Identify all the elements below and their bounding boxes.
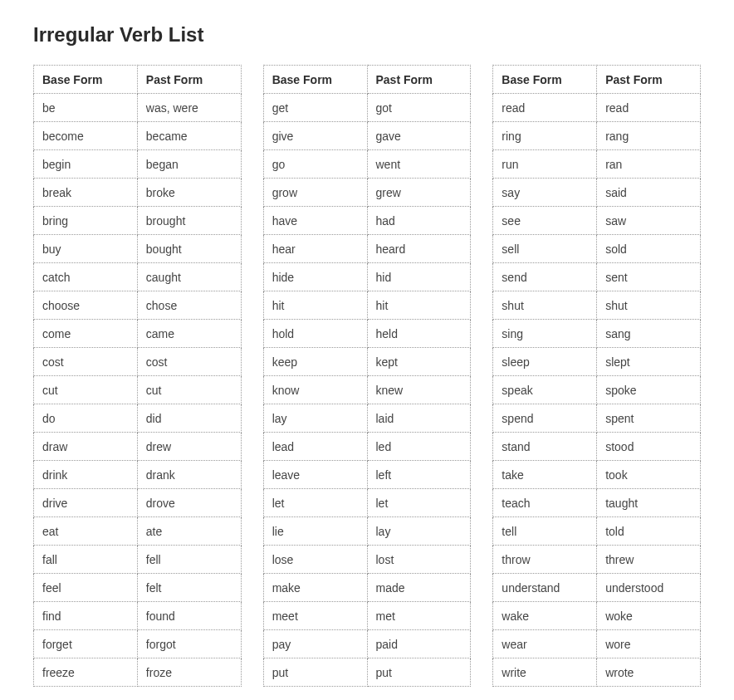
table-row: sleepslept xyxy=(493,348,701,376)
table-row: spendspent xyxy=(493,404,701,433)
cell-base-form: stand xyxy=(493,433,597,461)
cell-past-form: hit xyxy=(367,291,471,320)
cell-past-form: knew xyxy=(367,376,471,404)
table-row: wakewoke xyxy=(493,602,701,630)
table-row: seesaw xyxy=(493,207,701,235)
cell-past-form: kept xyxy=(367,348,471,376)
cell-base-form: pay xyxy=(263,630,367,658)
table-row: fallfell xyxy=(34,546,242,574)
cell-base-form: know xyxy=(263,376,367,404)
cell-past-form: rang xyxy=(597,122,701,150)
table-row: buybought xyxy=(34,235,242,263)
cell-base-form: shut xyxy=(493,291,597,320)
cell-base-form: make xyxy=(263,574,367,602)
cell-past-form: let xyxy=(367,489,471,517)
table-body-3: readreadringrangrunransaysaidseesawsells… xyxy=(493,94,701,687)
table-row: singsang xyxy=(493,320,701,348)
cell-base-form: grow xyxy=(263,179,367,207)
table-row: findfound xyxy=(34,602,242,630)
cell-past-form: shut xyxy=(597,291,701,320)
cell-past-form: forgot xyxy=(137,630,241,658)
cell-base-form: send xyxy=(493,263,597,291)
table-row: saysaid xyxy=(493,179,701,207)
cell-past-form: put xyxy=(367,658,471,687)
table-row: speakspoke xyxy=(493,376,701,404)
table-row: knowknew xyxy=(263,376,471,404)
cell-base-form: find xyxy=(34,602,138,630)
cell-base-form: tell xyxy=(493,517,597,546)
cell-past-form: laid xyxy=(367,404,471,433)
cell-base-form: lead xyxy=(263,433,367,461)
cell-base-form: sleep xyxy=(493,348,597,376)
cell-past-form: caught xyxy=(137,263,241,291)
table-row: leadled xyxy=(263,433,471,461)
table-row: makemade xyxy=(263,574,471,602)
cell-past-form: taught xyxy=(597,489,701,517)
cell-past-form: saw xyxy=(597,207,701,235)
cell-past-form: chose xyxy=(137,291,241,320)
cell-past-form: said xyxy=(597,179,701,207)
cell-past-form: had xyxy=(367,207,471,235)
table-row: breakbroke xyxy=(34,179,242,207)
cell-base-form: run xyxy=(493,150,597,179)
cell-past-form: heard xyxy=(367,235,471,263)
cell-base-form: let xyxy=(263,489,367,517)
table-row: loselost xyxy=(263,546,471,574)
table-row: drivedrove xyxy=(34,489,242,517)
table-row: forgetforgot xyxy=(34,630,242,658)
table-row: writewrote xyxy=(493,658,701,687)
table-row: drawdrew xyxy=(34,433,242,461)
verb-table-3: Base Form Past Form readreadringrangrunr… xyxy=(492,65,701,687)
cell-past-form: cost xyxy=(137,348,241,376)
cell-base-form: become xyxy=(34,122,138,150)
cell-past-form: went xyxy=(367,150,471,179)
page-title: Irregular Verb List xyxy=(33,23,701,47)
cell-past-form: woke xyxy=(597,602,701,630)
cell-base-form: throw xyxy=(493,546,597,574)
table-row: eatate xyxy=(34,517,242,546)
table-row: paypaid xyxy=(263,630,471,658)
cell-base-form: come xyxy=(34,320,138,348)
cell-past-form: drank xyxy=(137,461,241,489)
table-row: comecame xyxy=(34,320,242,348)
cell-past-form: brought xyxy=(137,207,241,235)
cell-past-form: sold xyxy=(597,235,701,263)
cell-base-form: have xyxy=(263,207,367,235)
cell-past-form: paid xyxy=(367,630,471,658)
cell-base-form: feel xyxy=(34,574,138,602)
table-row: getgot xyxy=(263,94,471,122)
cell-past-form: stood xyxy=(597,433,701,461)
table-row: costcost xyxy=(34,348,242,376)
table-row: standstood xyxy=(493,433,701,461)
table-row: sendsent xyxy=(493,263,701,291)
cell-base-form: write xyxy=(493,658,597,687)
cell-past-form: sent xyxy=(597,263,701,291)
verb-tables-container: Base Form Past Form bewas, werebecomebec… xyxy=(33,65,701,687)
cell-past-form: felt xyxy=(137,574,241,602)
cell-base-form: buy xyxy=(34,235,138,263)
cell-base-form: forget xyxy=(34,630,138,658)
cell-base-form: cost xyxy=(34,348,138,376)
cell-base-form: fall xyxy=(34,546,138,574)
col-header-base: Base Form xyxy=(34,66,138,94)
table-row: bewas, were xyxy=(34,94,242,122)
cell-past-form: came xyxy=(137,320,241,348)
table-header-row: Base Form Past Form xyxy=(34,66,242,94)
cell-base-form: read xyxy=(493,94,597,122)
cell-base-form: teach xyxy=(493,489,597,517)
table-row: choosechose xyxy=(34,291,242,320)
col-header-past: Past Form xyxy=(137,66,241,94)
cell-past-form: cut xyxy=(137,376,241,404)
table-header-row: Base Form Past Form xyxy=(263,66,471,94)
cell-base-form: lose xyxy=(263,546,367,574)
table-row: catchcaught xyxy=(34,263,242,291)
table-row: taketook xyxy=(493,461,701,489)
cell-past-form: did xyxy=(137,404,241,433)
cell-past-form: slept xyxy=(597,348,701,376)
cell-base-form: wake xyxy=(493,602,597,630)
cell-past-form: led xyxy=(367,433,471,461)
cell-base-form: sing xyxy=(493,320,597,348)
table-row: throwthrew xyxy=(493,546,701,574)
table-row: holdheld xyxy=(263,320,471,348)
cell-past-form: became xyxy=(137,122,241,150)
